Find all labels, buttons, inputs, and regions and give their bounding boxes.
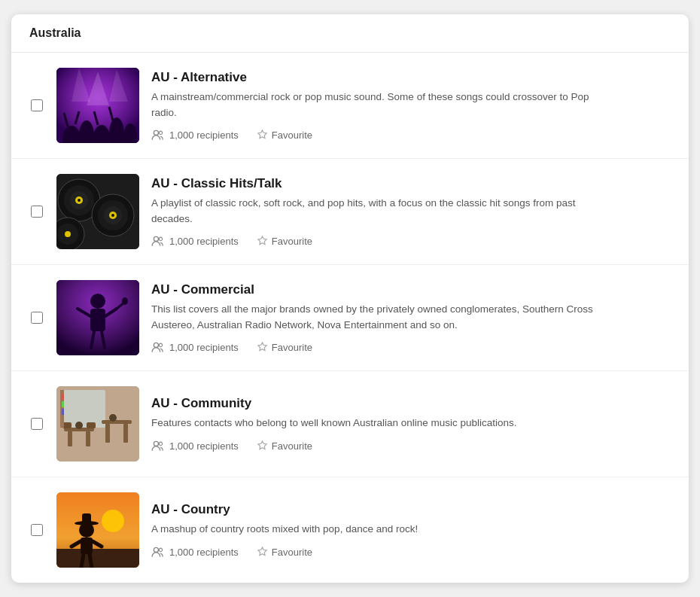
favourite-button[interactable]: Favourite	[257, 547, 312, 558]
item-recipients: 1,000 recipients	[151, 547, 239, 558]
item-checkbox-wrap[interactable]	[29, 524, 44, 536]
item-meta: 1,000 recipients Favourite	[151, 129, 671, 141]
item-recipients: 1,000 recipients	[151, 129, 239, 141]
favourite-button[interactable]: Favourite	[257, 236, 312, 247]
item-title: AU - Country	[151, 502, 671, 517]
recipients-count: 1,000 recipients	[169, 547, 239, 558]
people-icon	[151, 342, 165, 352]
item-meta: 1,000 recipients Favourite	[151, 342, 671, 353]
favourite-label: Favourite	[272, 440, 312, 452]
item-title: AU - Alternative	[151, 70, 671, 85]
item-checkbox[interactable]	[31, 312, 43, 324]
star-icon	[257, 236, 268, 247]
svg-point-15	[159, 131, 162, 134]
svg-rect-68	[82, 513, 91, 524]
svg-rect-69	[81, 538, 93, 554]
item-title: AU - Classic Hits/Talk	[151, 176, 671, 191]
svg-point-61	[154, 441, 158, 446]
item-meta: 1,000 recipients Favourite	[151, 236, 671, 247]
svg-point-75	[159, 548, 162, 551]
svg-point-74	[154, 547, 158, 552]
main-card: Australia	[11, 14, 689, 583]
recipients-count: 1,000 recipients	[169, 440, 239, 452]
item-meta: 1,000 recipients Favourite	[151, 547, 671, 558]
item-description: A mashup of country roots mixed with pop…	[151, 522, 603, 537]
item-content: AU - Commercial This list covers all the…	[151, 282, 671, 353]
item-content: AU - Alternative A mainstream/commercial…	[151, 70, 671, 141]
recipients-count: 1,000 recipients	[169, 342, 239, 353]
item-checkbox[interactable]	[31, 206, 43, 218]
item-checkbox[interactable]	[31, 418, 43, 430]
star-icon	[257, 129, 268, 141]
people-icon	[151, 440, 165, 451]
item-content: AU - Community Features contacts who bel…	[151, 396, 671, 451]
list-item: AU - Classic Hits/Talk A playlist of cla…	[11, 159, 689, 265]
item-thumbnail	[56, 68, 139, 143]
people-icon	[151, 129, 165, 140]
svg-rect-65	[56, 549, 139, 568]
item-checkbox-wrap[interactable]	[29, 312, 44, 324]
svg-point-26	[111, 214, 114, 217]
svg-point-43	[159, 343, 162, 346]
item-recipients: 1,000 recipients	[151, 236, 239, 247]
item-content: AU - Country A mashup of country roots m…	[151, 502, 671, 557]
list-item: AU - Country A mashup of country roots m…	[11, 477, 689, 583]
item-checkbox-wrap[interactable]	[29, 99, 44, 111]
page-title: Australia	[29, 26, 671, 40]
item-thumbnail	[56, 492, 139, 568]
svg-point-29	[65, 231, 71, 237]
item-description: A mainstream/commercial rock or pop musi…	[151, 90, 603, 120]
list-item: AU - Alternative A mainstream/commercial…	[11, 53, 689, 159]
favourite-label: Favourite	[272, 547, 312, 558]
favourite-label: Favourite	[272, 129, 312, 141]
svg-point-64	[102, 510, 124, 532]
item-thumbnail	[56, 174, 139, 249]
favourite-label: Favourite	[272, 342, 312, 353]
item-description: A playlist of classic rock, soft rock, a…	[151, 196, 603, 227]
card-header: Australia	[11, 14, 689, 53]
favourite-button[interactable]: Favourite	[257, 440, 312, 452]
svg-line-72	[81, 554, 84, 568]
svg-point-31	[159, 237, 162, 240]
svg-point-14	[154, 131, 158, 136]
svg-point-30	[154, 237, 158, 242]
list-item: AU - Community Features contacts who bel…	[11, 371, 689, 477]
favourite-button[interactable]: Favourite	[257, 129, 312, 141]
item-checkbox-wrap[interactable]	[29, 206, 44, 218]
item-checkbox[interactable]	[31, 524, 43, 536]
svg-rect-60	[56, 386, 139, 461]
svg-point-42	[154, 343, 158, 348]
item-thumbnail	[56, 386, 139, 461]
items-list: AU - Alternative A mainstream/commercial…	[11, 53, 689, 583]
favourite-button[interactable]: Favourite	[257, 342, 312, 353]
recipients-count: 1,000 recipients	[169, 236, 239, 247]
star-icon	[257, 342, 268, 353]
recipients-count: 1,000 recipients	[169, 129, 239, 141]
item-meta: 1,000 recipients Favourite	[151, 440, 671, 452]
svg-point-21	[78, 199, 81, 202]
item-checkbox-wrap[interactable]	[29, 418, 44, 430]
item-checkbox[interactable]	[31, 99, 43, 111]
item-title: AU - Commercial	[151, 282, 671, 297]
item-recipients: 1,000 recipients	[151, 440, 239, 452]
list-item: AU - Commercial This list covers all the…	[11, 265, 689, 371]
item-description: This list covers all the major brands ow…	[151, 302, 603, 333]
star-icon	[257, 440, 268, 452]
favourite-label: Favourite	[272, 236, 312, 247]
item-description: Features contacts who belong to well kno…	[151, 416, 603, 431]
people-icon	[151, 236, 165, 246]
item-recipients: 1,000 recipients	[151, 342, 239, 353]
item-content: AU - Classic Hits/Talk A playlist of cla…	[151, 176, 671, 247]
svg-rect-35	[90, 309, 105, 331]
svg-line-73	[90, 554, 92, 568]
svg-point-34	[90, 294, 105, 309]
item-title: AU - Community	[151, 396, 671, 411]
svg-point-62	[159, 442, 162, 445]
people-icon	[151, 547, 165, 557]
star-icon	[257, 547, 268, 558]
item-thumbnail	[56, 280, 139, 355]
svg-point-41	[122, 297, 128, 305]
